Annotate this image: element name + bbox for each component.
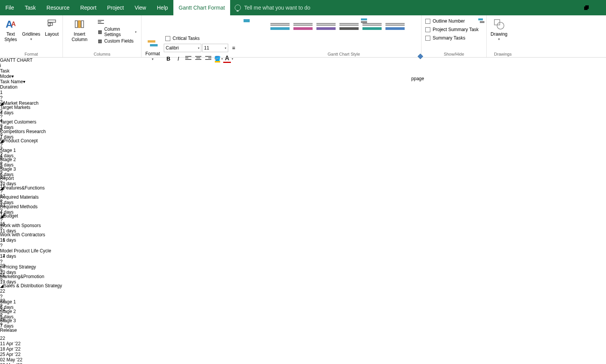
font-size-select[interactable]: 11▾	[202, 44, 228, 52]
svg-point-14	[497, 22, 504, 29]
menu-project[interactable]: Project	[102, 0, 129, 15]
menu-file[interactable]: File	[0, 0, 20, 15]
timeline-week: 18 Apr '22	[0, 346, 59, 352]
task-name-hdr[interactable]: Task Name▾	[0, 79, 67, 84]
bold-button[interactable]: B	[164, 54, 173, 63]
table-row[interactable]: 17 ? ▷Pricing Strategy 20 days	[0, 254, 606, 263]
row-number: 3	[0, 109, 606, 114]
table-row[interactable]: 6 ? Stage 1 4 days	[0, 137, 606, 147]
menu-gantt-chart-format[interactable]: Gantt Chart Format	[173, 0, 231, 15]
window-controls	[584, 5, 603, 10]
gantt-style-thumb[interactable]	[316, 18, 336, 35]
tell-me-search[interactable]: Tell me what you want to do	[235, 5, 310, 11]
table-row[interactable]: 25 ? Release	[0, 317, 606, 326]
timeline-week: 02 May '22	[0, 357, 59, 362]
custom-fields-icon: ▦	[98, 38, 102, 44]
table-row[interactable]: 23 ? Stage 2 5 days	[0, 298, 606, 308]
table-row[interactable]: 9 ? Report 10 days	[0, 165, 606, 175]
duration-hdr[interactable]: Duration	[0, 84, 32, 90]
timeline-week: 11 Apr '22	[0, 341, 59, 346]
row-number: 20	[0, 263, 606, 268]
table-row[interactable]: 20 ? Marketing&Promotion 19 days	[0, 263, 606, 273]
table-row[interactable]: 8 ? Stage 3 6 days	[0, 156, 606, 165]
gridlines-button[interactable]: Gridlines ▼	[21, 17, 42, 42]
timeline-week: 09 May '22	[0, 362, 31, 364]
row-number: 23	[0, 298, 606, 303]
format-bars-button[interactable]: Format ▼	[144, 36, 161, 61]
gantt-style-thumb[interactable]	[385, 18, 405, 35]
project-summary-checkbox[interactable]: Project Summary Task	[424, 26, 480, 33]
gantt-style-thumb[interactable]	[270, 18, 290, 35]
align-left-button[interactable]	[184, 54, 193, 63]
task-name-cell[interactable]: Model Product Life Cycle	[0, 248, 606, 254]
window-close-icon[interactable]	[598, 5, 603, 10]
timeline-week: 22	[0, 336, 42, 341]
table-row[interactable]: 16 ? Model Product Life Cycle 14 days	[0, 237, 606, 254]
outline-number-checkbox[interactable]: Outline Number	[424, 18, 480, 25]
bulb-icon	[235, 5, 241, 11]
table-row[interactable]: 24 ? Stage 3 7 days	[0, 307, 606, 317]
menu-help[interactable]: Help	[152, 0, 173, 15]
text-styles-button[interactable]: AA Text Styles	[2, 17, 19, 43]
align-center-button[interactable]	[194, 54, 203, 63]
critical-tasks-checkbox[interactable]: Critical Tasks	[164, 35, 238, 42]
italic-button[interactable]: I	[174, 54, 183, 63]
table-row[interactable]: 7 ? Stage 2 5 days	[0, 146, 606, 156]
table-row[interactable]: 13 ? ◢Budget	[0, 203, 606, 212]
row-number: 10	[0, 175, 606, 180]
task-name-cell[interactable]: ◢Sales & Distribution Strategy	[0, 283, 606, 288]
slippage-label: ppage	[243, 76, 593, 81]
align-right-button[interactable]	[204, 54, 213, 63]
pin-icon: ?	[0, 243, 606, 248]
table-row[interactable]: 5 ? ◢Product Concept	[0, 127, 606, 137]
grid-body: 1 ? ◢Market Research 2 Target Markets 4 …	[0, 90, 606, 336]
gantt-style-thumb[interactable]	[339, 18, 359, 35]
caret-down-icon: ▼	[30, 38, 33, 41]
format-bars-icon	[146, 37, 159, 50]
pin-icon: ?	[0, 278, 606, 283]
svg-rect-13	[494, 20, 500, 25]
menu-report[interactable]: Report	[75, 0, 102, 15]
row-number: 6	[0, 137, 606, 142]
layout-button[interactable]: Layout	[43, 17, 60, 38]
custom-fields-button[interactable]: ▦Custom Fields	[96, 37, 139, 45]
table-row[interactable]: 4 ? Competitors Research 7 days	[0, 118, 606, 128]
fill-color-button[interactable]: 🪣▾	[214, 54, 223, 63]
task-name-cell[interactable]: Work with Contractors	[0, 232, 606, 237]
align-left-small[interactable]	[96, 18, 139, 27]
menu-resource[interactable]: Resource	[41, 0, 75, 15]
summary-tasks-checkbox[interactable]: Summary Tasks	[424, 35, 480, 41]
table-row[interactable]: 2 Target Markets 4 days	[0, 99, 606, 109]
table-row[interactable]: 14 ? Work with Sponsors 11 days	[0, 212, 606, 222]
insert-column-button[interactable]: Insert Column	[65, 17, 94, 43]
menu-task[interactable]: Task	[20, 0, 41, 15]
timeline-header: 2211 Apr '2218 Apr '2225 Apr '2202 May '…	[0, 336, 606, 364]
row-number: 11	[0, 184, 606, 189]
row-number: 5	[0, 127, 606, 133]
tell-me-label: Tell me what you want to do	[244, 5, 310, 11]
row-number: 22	[0, 288, 606, 294]
table-row[interactable]: 12 ? Required Methods 4 days	[0, 193, 606, 203]
svg-rect-7	[150, 44, 158, 46]
indent-button[interactable]: ≡	[229, 43, 238, 53]
drawing-button[interactable]: Drawing ▼	[489, 17, 509, 42]
gantt-style-thumb[interactable]	[362, 18, 382, 35]
table-row[interactable]: 1 ? ◢Market Research	[0, 90, 606, 99]
ribbon-group-ganttstyle: Gantt Chart Style	[267, 15, 422, 57]
table-row[interactable]	[0, 326, 606, 336]
window-restore-icon[interactable]	[584, 5, 589, 10]
gantt-chart[interactable]: 2211 Apr '2218 Apr '2225 Apr '2202 May '…	[0, 336, 606, 364]
menu-view[interactable]: View	[129, 0, 152, 15]
table-row[interactable]: 3 ? Target Customers 3 days	[0, 109, 606, 118]
table-row[interactable]: 21 ? ◢Sales & Distribution Strategy	[0, 272, 606, 288]
gantt-style-thumb[interactable]	[293, 18, 313, 35]
font-color-button[interactable]: A▾	[224, 54, 233, 63]
table-row[interactable]: 15 ? Work with Contractors 11 days	[0, 221, 606, 237]
table-row[interactable]: 11 ? Required Materials 5 days	[0, 184, 606, 193]
column-settings-button[interactable]: ▦Column Settings ▾	[96, 28, 139, 36]
font-name-select[interactable]: Calibri▾	[164, 44, 201, 52]
table-row[interactable]: 22 ? Stage 1 6 days	[0, 288, 606, 298]
task-mode-cell: ?	[0, 243, 606, 248]
task-mode-hdr[interactable]: Task Mode▾	[0, 68, 23, 79]
table-row[interactable]: 10 ? ◢Features&Functions	[0, 175, 606, 184]
